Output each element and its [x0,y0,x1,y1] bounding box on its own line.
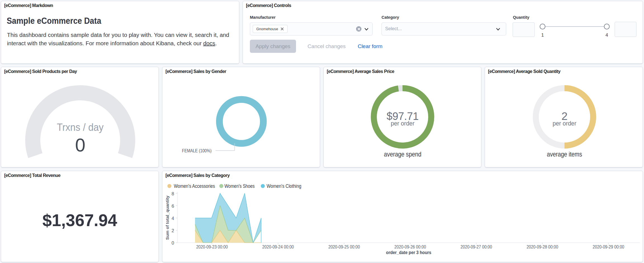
svg-text:1: 1 [541,32,544,37]
svg-text:2020-09-25 00:00: 2020-09-25 00:00 [328,245,360,249]
svg-text:per order: per order [391,120,415,127]
svg-text:Women's Accessories: Women's Accessories [174,183,215,189]
svg-text:2020-09-26 00:00: 2020-09-26 00:00 [394,245,426,249]
svg-text:4: 4 [172,216,174,221]
svg-text:average spend: average spend [384,150,422,158]
svg-text:Trxns / day: Trxns / day [57,122,104,133]
svg-text:2020-09-28 00:00: 2020-09-28 00:00 [527,245,558,249]
svg-text:2020-09-27 00:00: 2020-09-27 00:00 [461,245,492,249]
svg-text:0: 0 [172,240,174,245]
svg-text:average items: average items [547,150,582,158]
svg-text:6: 6 [172,203,174,208]
svg-text:8: 8 [172,191,174,196]
svg-text:FEMALE (100%): FEMALE (100%) [182,148,212,153]
svg-text:2020-09-29 00:00: 2020-09-29 00:00 [593,245,624,249]
svg-text:per order: per order [553,120,576,127]
svg-text:Women's Clothing: Women's Clothing [267,183,301,189]
svg-text:Women's Shoes: Women's Shoes [224,183,255,189]
svg-text:order_date per 3 hours: order_date per 3 hours [386,250,431,255]
svg-text:0: 0 [75,135,86,155]
svg-text:Sum of total_quantity: Sum of total_quantity [165,195,170,240]
svg-text:2020-09-24 00:00: 2020-09-24 00:00 [262,245,294,249]
svg-text:4: 4 [605,32,608,37]
svg-text:2020-09-23 00:00: 2020-09-23 00:00 [196,245,228,249]
svg-text:2: 2 [172,228,174,233]
